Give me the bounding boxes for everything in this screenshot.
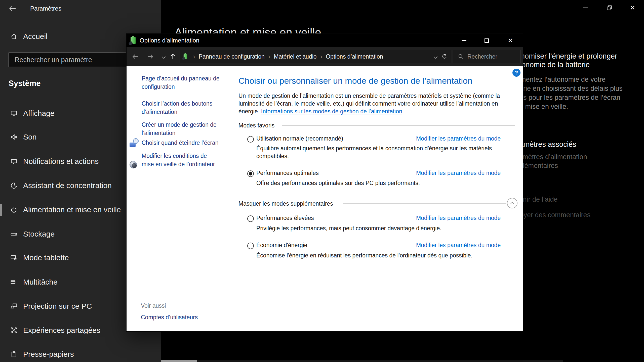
settings-search-input[interactable] [9, 53, 132, 67]
sidebar-item-label: Projection sur ce PC [23, 302, 92, 310]
cp-minimize-button[interactable] [452, 34, 475, 47]
selected-item-indicator [0, 204, 2, 216]
divider [439, 52, 439, 61]
plan-desc-utilisation-normale: Équilibre automatiquement les performanc… [256, 145, 492, 160]
additional-power-settings-link[interactable]: Paramètres d’alimentation supplémentaire… [508, 153, 639, 170]
nav-back-button[interactable] [131, 52, 140, 61]
user-accounts-link[interactable]: Comptes d’utilisateurs [141, 314, 198, 321]
moon-icon [10, 182, 18, 189]
modify-plan-link-performances-optimales[interactable]: Modifier les paramètres du mode [416, 170, 501, 176]
modify-plan-link-economie-energie[interactable]: Modifier les paramètres du mode [416, 242, 501, 249]
plan-desc-performances-elevees: Privilégie les performances, mais peut c… [256, 224, 441, 232]
settings-close-button[interactable]: ✕ [621, 0, 644, 16]
divider [282, 125, 515, 126]
sidebar-item-label: Assistant de concentration [23, 181, 112, 190]
radio-performances-elevees[interactable] [247, 215, 254, 222]
task-choose-screen-off[interactable]: Choisir quand éteindre l’écran [142, 139, 227, 147]
breadcrumb-separator-icon: › [317, 53, 326, 60]
forward-arrow-icon [147, 53, 154, 60]
breadcrumb-materiel-audio[interactable]: Matériel et audio [274, 53, 317, 60]
breadcrumb-panneau-configuration[interactable]: Panneau de configuration [199, 53, 265, 60]
cp-search-input[interactable] [467, 53, 542, 60]
refresh-button[interactable] [441, 53, 448, 60]
radio-economie-energie[interactable] [247, 243, 254, 249]
power-icon [10, 206, 18, 213]
home-icon [10, 33, 18, 40]
cp-page-heading: Choisir ou personnaliser un mode de gest… [238, 76, 472, 86]
minimize-icon [462, 40, 466, 41]
close-icon: ✕ [630, 5, 635, 11]
task-control-panel-home[interactable]: Page d’accueil du panneau de configurati… [142, 74, 227, 91]
sidebar-item-label: Alimentation et mise en veille [23, 205, 121, 214]
sidebar-section-system: Système [9, 79, 41, 88]
task-create-power-plan[interactable]: Créer un mode de gestion de l’alimentati… [142, 121, 227, 137]
get-help-link[interactable]: Obtenir de l’aide [508, 196, 639, 203]
cp-window-title: Options d’alimentation [140, 34, 199, 47]
plan-name-performances-elevees[interactable]: Performances élevées [256, 215, 314, 221]
task-power-buttons-action[interactable]: Choisir l’action des boutons d’alimentat… [142, 100, 227, 116]
shared-experiences-icon [10, 327, 18, 334]
settings-minimize-button[interactable] [574, 0, 597, 16]
plan-name-utilisation-normale[interactable]: Utilisation normale (recommandé) [256, 135, 343, 142]
sidebar-item-label: Notifications et actions [23, 157, 99, 166]
settings-window-title: Paramètres [30, 5, 61, 12]
cp-titlebar[interactable]: Options d’alimentation ✕ [127, 34, 523, 47]
speaker-icon [10, 133, 18, 141]
sidebar-item-label: Son [23, 133, 36, 141]
refresh-icon [441, 53, 448, 60]
group-hide-modes-label[interactable]: Masquer les modes supplémentaires [238, 200, 333, 207]
maximize-icon [485, 38, 489, 43]
plan-name-economie-energie[interactable]: Économie d'énergie [256, 242, 307, 249]
nav-up-button[interactable] [168, 52, 177, 61]
power-options-icon [131, 37, 136, 44]
settings-restore-button[interactable] [597, 0, 621, 16]
collapse-modes-button[interactable] [507, 198, 517, 208]
nav-forward-button[interactable] [146, 52, 155, 61]
modify-plan-link-utilisation-normale[interactable]: Modifier les paramètres du mode [416, 135, 501, 142]
notification-bubble-icon [10, 158, 18, 165]
power-plans-info-link[interactable]: Informations sur les modes de gestion de… [261, 108, 402, 115]
breadcrumb-options-alimentation[interactable]: Options d’alimentation [326, 53, 383, 60]
sidebar-item-label: Mode tablette [23, 253, 69, 262]
related-settings-title: Paramètres associés [508, 140, 639, 149]
send-feedback-link[interactable]: Envoyer des commentaires [508, 211, 639, 219]
power-options-window: Options d’alimentation ✕ [127, 34, 523, 331]
clipboard-icon [10, 350, 18, 358]
screen: Paramètres ✕ Accueil Système Affichage S… [0, 0, 644, 362]
settings-search-box[interactable] [9, 53, 127, 67]
cp-search-box[interactable] [453, 50, 520, 63]
sidebar-item-label: Stockage [23, 230, 55, 238]
address-dropdown-icon[interactable] [434, 55, 438, 59]
recent-pages-button[interactable] [159, 52, 168, 61]
chevron-down-icon [162, 55, 166, 59]
multitask-icon [10, 278, 18, 286]
storage-icon [10, 230, 18, 238]
breadcrumb-separator-icon: › [265, 53, 274, 60]
sidebar-item-label: Accueil [23, 32, 48, 41]
sidebar-item-label: Multitâche [23, 278, 58, 286]
back-arrow-icon [132, 53, 139, 60]
display-icon [10, 110, 18, 117]
sidebar-item-presse-papiers[interactable]: Presse-papiers [0, 347, 161, 362]
task-change-sleep-conditions[interactable]: Modifier les conditions de mise en veill… [142, 152, 227, 168]
radio-utilisation-normale[interactable] [247, 136, 254, 143]
cp-intro-text: Un mode de gestion de l’alimentation est… [238, 92, 500, 115]
plan-name-performances-optimales[interactable]: Performances optimales [256, 170, 319, 176]
project-screen-icon [10, 302, 18, 310]
address-bar[interactable]: › Panneau de configuration › Matériel et… [180, 50, 451, 63]
up-arrow-icon [169, 53, 177, 60]
tablet-hand-icon [10, 254, 18, 261]
minimize-icon [583, 8, 588, 8]
radio-performances-optimales[interactable] [247, 170, 254, 177]
cp-maximize-button[interactable] [475, 34, 498, 47]
close-icon: ✕ [508, 37, 513, 44]
restore-icon [607, 5, 612, 11]
plan-desc-performances-optimales: Offre des performances optimales sur des… [256, 179, 420, 187]
help-button[interactable]: ? [512, 69, 520, 77]
back-arrow-icon [7, 4, 18, 13]
settings-back-button[interactable] [7, 4, 19, 14]
sidebar-item-label: Presse-papiers [23, 350, 74, 358]
cp-close-button[interactable]: ✕ [499, 34, 522, 47]
battery-save-description: Augmentez l’autonomie de votre batterie … [508, 75, 639, 111]
modify-plan-link-performances-elevees[interactable]: Modifier les paramètres du mode [416, 215, 501, 221]
